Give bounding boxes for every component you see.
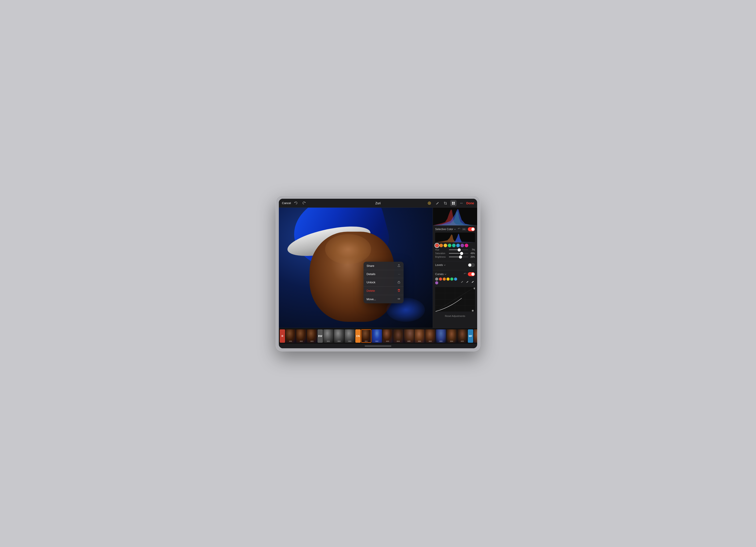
- swatch-teal[interactable]: [452, 244, 456, 247]
- hue-track[interactable]: [449, 249, 468, 250]
- svg-rect-1: [452, 202, 453, 203]
- swatch-pink[interactable]: [465, 244, 468, 247]
- saturation-thumb[interactable]: [460, 252, 463, 255]
- film-thumb-cn-005[interactable]: 005: [404, 329, 414, 343]
- svg-rect-8: [398, 282, 400, 283]
- reset-adjustments-button[interactable]: Reset Adjustments: [435, 313, 475, 319]
- curves-toggle[interactable]: [468, 272, 475, 276]
- film-number: 001: [361, 340, 371, 342]
- film-thumb-r-001[interactable]: 001: [286, 329, 296, 343]
- eyedropper-mid-button[interactable]: [465, 280, 470, 284]
- redo-button[interactable]: [301, 200, 307, 206]
- swatch-blue[interactable]: [456, 244, 460, 247]
- eyedropper-light-button[interactable]: [470, 280, 475, 284]
- saturation-track[interactable]: [449, 253, 468, 254]
- swatch-purple[interactable]: [460, 244, 464, 247]
- hue-thumb[interactable]: [458, 248, 461, 251]
- film-number: 001: [414, 340, 425, 342]
- color-picker-tool[interactable]: [426, 200, 432, 206]
- done-button[interactable]: Done: [466, 201, 474, 205]
- film-number: 004: [446, 340, 457, 342]
- top-bar-left: Cancel: [282, 200, 346, 206]
- ipad-screen: Cancel Zuri: [279, 199, 477, 348]
- swatch-orange[interactable]: [439, 244, 443, 247]
- crop-tool[interactable]: [442, 200, 448, 206]
- histogram: [433, 208, 477, 225]
- film-group-r: R 001 002 003: [280, 329, 317, 343]
- ml-badge: ML: [462, 228, 466, 230]
- menu-item-unlock[interactable]: Unlock: [364, 278, 404, 287]
- curve-dot-red[interactable]: [439, 278, 442, 281]
- film-thumb-extra-003[interactable]: 003: [436, 329, 446, 343]
- menu-item-details[interactable]: Details ···: [364, 270, 404, 278]
- selective-color-toggle[interactable]: [468, 227, 475, 231]
- svg-point-13: [472, 282, 472, 283]
- levels-toggle[interactable]: [468, 263, 475, 267]
- levels-label: Levels: [435, 263, 443, 266]
- share-icon: [397, 264, 400, 268]
- selective-color-title: Selective Color: [435, 228, 456, 231]
- pen-tool[interactable]: [434, 200, 440, 206]
- details-icon: ···: [398, 272, 400, 276]
- volume-button: [275, 222, 276, 229]
- cancel-button[interactable]: Cancel: [282, 201, 291, 205]
- svg-point-23: [472, 310, 474, 312]
- svg-point-6: [461, 203, 462, 203]
- curve-dot-green[interactable]: [450, 278, 453, 281]
- photo-background: [279, 208, 433, 328]
- film-thumb-r-002[interactable]: 002: [296, 329, 306, 343]
- ipad-device: Cancel Zuri: [276, 195, 480, 352]
- brightness-label: Brightness: [435, 256, 448, 258]
- curves-header: Curves: [435, 272, 475, 276]
- svg-rect-2: [454, 202, 455, 203]
- film-label-cn: CN: [355, 329, 361, 343]
- film-thumb-extra-004[interactable]: 004: [446, 329, 457, 343]
- film-number: 003: [307, 340, 317, 342]
- menu-item-delete[interactable]: Delete: [364, 287, 404, 295]
- saturation-fill: [449, 253, 462, 254]
- reset-selective-color-icon[interactable]: [458, 228, 460, 231]
- film-thumb-bw-002[interactable]: 002: [334, 329, 344, 343]
- curves-controls: [464, 272, 475, 276]
- film-thumb-extra-001[interactable]: 001: [414, 329, 425, 343]
- menu-item-share[interactable]: Share: [364, 262, 404, 270]
- film-thumb-extra-005[interactable]: 005: [457, 329, 467, 343]
- film-thumb-cn-002[interactable]: 002: [372, 329, 382, 343]
- curve-dot-purple[interactable]: [435, 281, 438, 285]
- film-thumb-cn-001[interactable]: 001: [361, 329, 371, 343]
- selective-color-label: Selective Color: [435, 228, 453, 231]
- swatch-yellow[interactable]: [444, 244, 447, 247]
- swatch-green[interactable]: [448, 244, 451, 247]
- film-thumb-bw-001[interactable]: 001: [323, 329, 334, 343]
- curve-dot-yellow[interactable]: [446, 278, 450, 281]
- film-thumb-cn-003[interactable]: 003: [382, 329, 393, 343]
- curve-dot-orange[interactable]: [443, 278, 446, 281]
- home-bar: [365, 346, 391, 347]
- curves-color-dots: [435, 278, 460, 285]
- undo-button[interactable]: [293, 200, 299, 206]
- eyedropper-dark-button[interactable]: [460, 280, 464, 284]
- film-group-mf: MF 001 002: [468, 329, 477, 343]
- reset-curves-icon[interactable]: [464, 272, 466, 276]
- top-bar-center: Zuri: [346, 201, 410, 205]
- selective-color-header: Selective Color: [435, 227, 475, 231]
- grid-view-tool[interactable]: [450, 200, 456, 206]
- menu-item-move[interactable]: Move...: [364, 295, 404, 303]
- top-bar-right: Done: [410, 200, 474, 206]
- film-thumb-cn-004[interactable]: 004: [393, 329, 403, 343]
- film-thumb-bw-003[interactable]: 003: [345, 329, 355, 343]
- swatch-red[interactable]: [435, 244, 439, 247]
- film-number: 004: [393, 340, 403, 342]
- home-indicator: [279, 344, 477, 348]
- curve-dot-gray[interactable]: [435, 278, 438, 281]
- curve-dot-blue[interactable]: [454, 278, 457, 281]
- brightness-track[interactable]: [449, 256, 468, 257]
- brightness-thumb[interactable]: [459, 255, 462, 258]
- curves-graph[interactable]: [435, 287, 475, 312]
- svg-point-11: [461, 282, 462, 283]
- film-thumb-mf-001[interactable]: 001: [474, 329, 477, 343]
- film-thumb-r-003[interactable]: 003: [307, 329, 317, 343]
- more-options-button[interactable]: [458, 200, 464, 206]
- right-panel: Selective Color: [433, 208, 477, 328]
- film-thumb-extra-002[interactable]: 002: [425, 329, 435, 343]
